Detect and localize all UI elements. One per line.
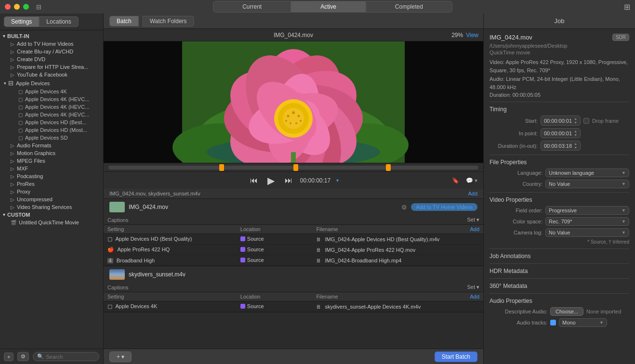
sidebar-item-apple-hd-best[interactable]: ▢ Apple Devices HD (Best... xyxy=(0,118,103,126)
speech-bubble-icon[interactable]: 💬 ▾ xyxy=(466,177,477,184)
sidebar-tab-locations[interactable]: Locations xyxy=(39,16,78,27)
layout-icon[interactable]: ⊟ xyxy=(36,3,41,11)
add-output-button-1[interactable]: Add xyxy=(470,226,479,232)
sidebar-item-label: Motion Graphics xyxy=(17,150,55,156)
batch-add-button[interactable]: Add xyxy=(468,191,477,196)
timeline-marker-mid[interactable] xyxy=(293,164,298,171)
timing-start-chevrons[interactable]: ▲▼ xyxy=(574,117,577,124)
settings-button[interactable]: ⚙ xyxy=(17,352,29,361)
search-input[interactable] xyxy=(46,354,95,360)
audio-props-title: Audio Properties xyxy=(489,298,629,304)
job-file-type: QuickTime movie xyxy=(489,50,629,55)
time-dropdown[interactable]: ▾ xyxy=(336,178,339,183)
field-order-select[interactable]: Progressive ▼ xyxy=(545,206,629,215)
sidebar-item-apple-4k-hevc3[interactable]: ▢ Apple Devices 4K (HEVC... xyxy=(0,111,103,118)
sidebar-item-uncompressed[interactable]: ▷ Uncompressed xyxy=(0,195,103,203)
audio-tracks-value: Mono xyxy=(562,320,576,325)
sidebar-item-custom-qt[interactable]: 🎬 Untitled QuickTime Movie xyxy=(0,219,103,226)
sidebar-item-apple-4k-hevc1[interactable]: ▢ Apple Devices 4K (HEVC... xyxy=(0,95,103,103)
timing-inpoint-chevrons[interactable]: ▲▼ xyxy=(574,130,577,137)
add-file-button[interactable]: + ▾ xyxy=(109,351,132,362)
timing-inpoint-value[interactable]: 00:00:00:01 ▲▼ xyxy=(541,128,581,138)
location-badge: Source xyxy=(240,257,264,263)
drop-frame-checkbox[interactable] xyxy=(583,118,589,124)
view-dropdown[interactable]: View xyxy=(466,32,478,39)
grid-icon[interactable]: ⊞ xyxy=(624,2,630,12)
tab-current[interactable]: Current xyxy=(213,1,291,13)
sidebar-item-http-live[interactable]: ▷ Prepare for HTTP Live Strea... xyxy=(0,63,103,71)
minimize-button[interactable] xyxy=(14,4,20,10)
country-row: Country: No Value ▼ xyxy=(489,180,629,188)
timing-duration-chevrons[interactable]: ▲▼ xyxy=(574,142,577,149)
sidebar-item-youtube-facebook[interactable]: ▷ YouTube & Facebook xyxy=(0,71,103,78)
timeline-marker-start[interactable] xyxy=(219,164,224,171)
captions-set-1[interactable]: Set ▾ xyxy=(467,217,479,223)
choose-button[interactable]: Choose... xyxy=(550,307,583,316)
sidebar-item-video-sharing[interactable]: ▷ Video Sharing Services xyxy=(0,203,103,211)
zoom-level: 29% xyxy=(451,32,463,39)
skip-forward-button[interactable]: ⏭ xyxy=(283,175,294,186)
sidebar-item-apple-4k[interactable]: ▢ Apple Devices 4K xyxy=(0,88,103,95)
prores-icon: ▷ xyxy=(11,182,14,187)
color-space-select[interactable]: Rec. 709* ▼ xyxy=(545,217,629,226)
sidebar-item-apple-hd-most[interactable]: ▢ Apple Devices HD (Most... xyxy=(0,126,103,134)
descriptive-audio-label: Descriptive Audio: xyxy=(489,309,547,314)
sidebar-item-label: MXF xyxy=(17,166,28,171)
add-preset-button[interactable]: + xyxy=(4,352,13,361)
table-row: 🍎 Apple ProRes 422 HQ Source 🗎 xyxy=(104,245,483,255)
custom-qt-icon: 🎬 xyxy=(11,220,16,225)
camera-log-select[interactable]: No Value ▼ xyxy=(545,228,629,237)
close-button[interactable] xyxy=(5,4,11,10)
sidebar-group-apple-devices[interactable]: ▾ ⊟ Apple Devices xyxy=(0,78,103,88)
start-batch-button[interactable]: Start Batch xyxy=(435,351,477,362)
timeline-track[interactable] xyxy=(108,166,478,169)
language-label: Language: xyxy=(489,170,542,176)
play-button[interactable]: ▶ xyxy=(265,175,277,186)
add-to-tv-button[interactable]: Add to TV Home Videos xyxy=(411,203,477,211)
country-label: Country: xyxy=(489,181,542,187)
sub-item-label: Apple Devices 4K xyxy=(25,89,67,94)
add-output-button-2[interactable]: Add xyxy=(470,294,479,299)
language-select[interactable]: Unknown language ▼ xyxy=(545,169,629,177)
sidebar-item-motion-graphics[interactable]: ▷ Motion Graphics xyxy=(0,149,103,157)
sidebar-item-podcasting[interactable]: ▷ Podcasting xyxy=(0,172,103,180)
camera-log-value: No Value xyxy=(549,230,570,235)
captions-set-2[interactable]: Set ▾ xyxy=(467,284,479,290)
batch-file-2-header: skydivers_sunset.m4v xyxy=(104,266,483,283)
bookmark-icon[interactable]: 🔖 xyxy=(452,177,459,184)
tab-completed[interactable]: Completed xyxy=(366,1,452,13)
sidebar-item-proxy[interactable]: ▷ Proxy xyxy=(0,188,103,195)
sidebar-item-tv-home-videos[interactable]: ▷ Add to TV Home Videos xyxy=(0,40,103,48)
tab-active[interactable]: Active xyxy=(291,1,366,13)
timing-duration-display: 00:00:03:18 xyxy=(544,143,572,149)
tv-icon: ▷ xyxy=(11,41,14,47)
audio-tracks-checkbox[interactable] xyxy=(550,320,556,325)
sidebar-item-apple-4k-hevc2[interactable]: ▢ Apple Devices 4K (HEVC... xyxy=(0,103,103,111)
tab-batch[interactable]: Batch xyxy=(109,16,139,26)
sidebar-item-apple-sd[interactable]: ▢ Apple Devices SD xyxy=(0,134,103,142)
timeline-marker-end[interactable] xyxy=(386,164,391,171)
audio-tracks-select[interactable]: Mono ▼ xyxy=(559,318,607,327)
sidebar-item-mpeg[interactable]: ▷ MPEG Files xyxy=(0,157,103,165)
sidebar-section-custom[interactable]: ▾ CUSTOM xyxy=(0,211,103,219)
sidebar-item-label: Add to TV Home Videos xyxy=(17,41,74,47)
sidebar-section-built-in[interactable]: ▾ BUILT-IN xyxy=(0,32,103,40)
skip-back-button[interactable]: ⏮ xyxy=(248,175,260,186)
sidebar-item-mxf[interactable]: ▷ MXF xyxy=(0,165,103,172)
job-audio-meta: Audio: Linear PCM, 24-bit Integer (Littl… xyxy=(489,75,629,91)
timing-start-value[interactable]: 00:00:00:01 ▲▼ xyxy=(541,116,581,126)
timing-duration-value[interactable]: 00:00:03:18 ▲▼ xyxy=(541,141,581,151)
batch-settings-icon[interactable]: ⚙ xyxy=(401,204,407,211)
sidebar-item-dvd[interactable]: ▷ Create DVD xyxy=(0,55,103,63)
sidebar-tab-settings[interactable]: Settings xyxy=(4,16,39,27)
country-select[interactable]: No Value ▼ xyxy=(545,180,629,188)
tab-watch-folders[interactable]: Watch Folders xyxy=(143,16,194,26)
col-setting-header-2: Setting xyxy=(104,292,237,301)
color-space-row: Color space: Rec. 709* ▼ xyxy=(489,217,629,226)
http-icon: ▷ xyxy=(11,65,14,70)
sidebar-item-audio-formats[interactable]: ▷ Audio Formats xyxy=(0,142,103,149)
sidebar-item-bluray[interactable]: ▷ Create Blu-ray / AVCHD xyxy=(0,48,103,55)
maximize-button[interactable] xyxy=(23,4,29,10)
sidebar-item-prores[interactable]: ▷ ProRes xyxy=(0,180,103,188)
timeline-bar[interactable] xyxy=(104,163,483,171)
